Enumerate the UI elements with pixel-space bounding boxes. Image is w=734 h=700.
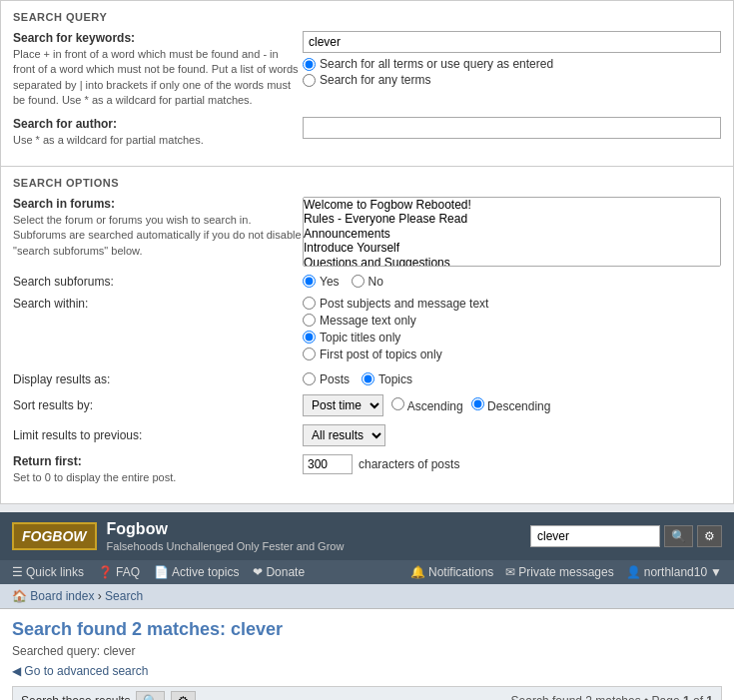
display-posts-text: Posts <box>320 372 350 386</box>
keywords-input[interactable] <box>303 31 721 53</box>
home-icon: 🏠 <box>12 589 27 603</box>
sort-desc-label[interactable]: Descending <box>471 397 551 413</box>
searched-query: Searched query: clever <box>12 644 722 658</box>
breadcrumb-board-index[interactable]: Board index <box>30 589 94 603</box>
sort-controls: Post time Author Subject Forum Ascending… <box>303 394 550 416</box>
header-adv-search-button[interactable]: ⚙ <box>697 525 722 547</box>
forum-option-1[interactable]: Rules - Everyone Please Read <box>304 212 720 226</box>
search-options-header: SEARCH OPTIONS <box>13 177 721 189</box>
header-search-input[interactable] <box>530 525 660 547</box>
within-post-subjects-input[interactable] <box>303 297 316 310</box>
nav-notifications[interactable]: 🔔 Notifications <box>410 565 493 579</box>
subforums-no-label[interactable]: No <box>352 275 383 289</box>
within-row: Search within: Post subjects and message… <box>13 297 721 364</box>
within-message-only-input[interactable] <box>303 314 316 327</box>
nav-active-topics[interactable]: 📄 Active topics <box>154 565 239 579</box>
site-name-area: Fogbow Falsehoods Unchallenged Only Fest… <box>107 520 345 552</box>
radio-all-terms-input[interactable] <box>303 58 316 71</box>
forum-option-4[interactable]: Questions and Suggestions <box>304 256 720 267</box>
chevron-down-icon: ▼ <box>710 565 722 579</box>
nav-faq[interactable]: ❓ FAQ <box>98 565 140 579</box>
display-posts-input[interactable] <box>303 372 316 385</box>
nav-donate[interactable]: ❤ Donate <box>253 565 305 579</box>
faq-label: FAQ <box>116 565 140 579</box>
user-icon: 👤 <box>626 565 641 579</box>
within-topic-titles-input[interactable] <box>303 331 316 344</box>
sort-select[interactable]: Post time Author Subject Forum <box>303 394 383 416</box>
display-topics-input[interactable] <box>362 372 374 385</box>
within-first-post-text: First post of topics only <box>320 348 442 361</box>
logo-area: FOGBOW Fogbow Falsehoods Unchallenged On… <box>12 520 344 552</box>
radio-all-terms-label: Search for all terms or use query as ent… <box>320 57 553 71</box>
return-input[interactable] <box>303 454 353 474</box>
limit-label: Limit results to previous: <box>13 428 303 442</box>
breadcrumb-search[interactable]: Search <box>105 589 143 603</box>
keywords-input-area: Search for all terms or use query as ent… <box>303 31 721 89</box>
results-area: Search found 2 matches: clever Searched … <box>0 609 734 700</box>
forums-select[interactable]: Welcome to Fogbow Rebooted! Rules - Ever… <box>303 197 721 267</box>
subforums-radios: Yes No <box>303 275 383 289</box>
within-post-subjects-label[interactable]: Post subjects and message text <box>303 297 488 311</box>
author-label: Search for author: <box>13 117 303 131</box>
toolbar-left: Search these results 🔍 ⚙ <box>21 691 196 700</box>
site-tagline: Falsehoods Unchallenged Only Fester and … <box>107 540 345 552</box>
nav-private-messages[interactable]: ✉ Private messages <box>505 565 613 579</box>
toolbar-search-btn[interactable]: 🔍 <box>136 691 165 700</box>
radio-all-terms[interactable]: Search for all terms or use query as ent… <box>303 57 721 71</box>
notifications-label: Notifications <box>428 565 493 579</box>
keywords-label-area: Search for keywords: Place + in front of… <box>13 31 303 109</box>
faq-icon: ❓ <box>98 565 113 579</box>
pagination-of: of <box>693 694 703 700</box>
search-type-radios: Search for all terms or use query as ent… <box>303 57 721 87</box>
author-input[interactable] <box>303 117 721 139</box>
pagination-page: 1 <box>683 694 690 700</box>
sort-asc-input[interactable] <box>391 397 404 410</box>
adv-search-link[interactable]: ◀ Go to advanced search <box>12 664 148 678</box>
forums-hint: Select the forum or forums you wish to s… <box>13 214 302 257</box>
display-posts-label[interactable]: Posts <box>303 372 350 386</box>
within-first-post-input[interactable] <box>303 348 316 360</box>
return-label-area: Return first: Set to 0 to display the en… <box>13 454 303 485</box>
results-title: Search found 2 matches: clever <box>12 619 722 640</box>
forum-option-3[interactable]: Introduce Yourself <box>304 241 720 255</box>
display-row: Display results as: Posts Topics <box>13 372 721 386</box>
radio-any-terms-label: Search for any terms <box>320 73 430 87</box>
header-search-button[interactable]: 🔍 <box>664 525 693 547</box>
display-topics-label[interactable]: Topics <box>362 372 412 386</box>
sort-asc-text: Ascending <box>407 399 463 413</box>
subforums-yes-input[interactable] <box>303 275 316 288</box>
within-post-subjects-text: Post subjects and message text <box>320 297 488 311</box>
sort-asc-label[interactable]: Ascending <box>391 397 463 413</box>
forums-label-area: Search in forums: Select the forum or fo… <box>13 197 303 259</box>
limit-select[interactable]: All results 1 day 7 days 2 weeks 1 month <box>303 424 385 446</box>
active-topics-label: Active topics <box>172 565 239 579</box>
search-query-header: SEARCH QUERY <box>13 11 721 23</box>
forums-select-area: Welcome to Fogbow Rebooted! Rules - Ever… <box>303 197 721 267</box>
radio-any-terms[interactable]: Search for any terms <box>303 73 721 87</box>
pagination-total: 1 <box>706 694 713 700</box>
subforums-no-text: No <box>368 275 383 289</box>
subforums-yes-label[interactable]: Yes <box>303 275 340 289</box>
sort-desc-input[interactable] <box>471 397 484 410</box>
subforums-row: Search subforums: Yes No <box>13 275 721 289</box>
radio-any-terms-input[interactable] <box>303 74 316 87</box>
searched-query-label: Searched query: <box>12 644 103 658</box>
nav-quick-links[interactable]: ☰ Quick links <box>12 565 84 579</box>
toolbar-settings-btn[interactable]: ⚙ <box>171 691 196 700</box>
forum-option-0[interactable]: Welcome to Fogbow Rebooted! <box>304 198 720 212</box>
within-message-only-label[interactable]: Message text only <box>303 314 488 328</box>
author-hint: Use * as a wildcard for partial matches. <box>13 134 204 146</box>
author-row: Search for author: Use * as a wildcard f… <box>13 117 721 148</box>
keywords-label: Search for keywords: <box>13 31 303 45</box>
sort-desc-text: Descending <box>487 399 550 413</box>
sort-label: Sort results by: <box>13 398 303 412</box>
nav-user[interactable]: 👤 northland10 ▼ <box>626 565 722 579</box>
limit-row: Limit results to previous: All results 1… <box>13 424 721 446</box>
subforums-no-input[interactable] <box>352 275 365 288</box>
site-name: Fogbow <box>107 520 345 538</box>
within-topic-titles-label[interactable]: Topic titles only <box>303 331 488 345</box>
forum-option-2[interactable]: Announcements <box>304 227 720 241</box>
within-first-post-label[interactable]: First post of topics only <box>303 348 488 361</box>
return-hint: Set to 0 to display the entire post. <box>13 471 176 483</box>
sort-row: Sort results by: Post time Author Subjec… <box>13 394 721 416</box>
